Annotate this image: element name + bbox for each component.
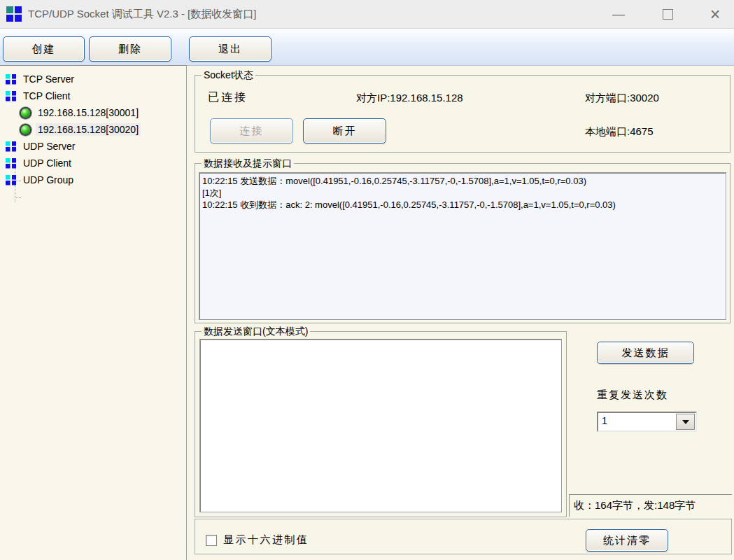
delete-button[interactable]: 删除 (89, 36, 171, 62)
app-window: TCP/UDP Socket 调试工具 V2.3 - [数据收发窗口] — × … (0, 0, 734, 560)
receive-log-area[interactable]: 10:22:15 发送数据：movel([0.41951,-0.16,0.257… (199, 172, 726, 320)
hex-display-checkbox[interactable] (206, 535, 217, 546)
log-line: 10:22:15 发送数据：movel([0.41951,-0.16,0.257… (199, 173, 726, 187)
toolbar: 创建 删除 退出 (0, 29, 734, 66)
socket-status-group: Socket状态 已连接 对方IP:192.168.15.128 对方端口:30… (195, 75, 731, 153)
tree-connector-line (15, 197, 21, 198)
send-text-input[interactable] (199, 339, 562, 512)
tree-item-label: UDP Server (21, 140, 77, 153)
repeat-count-combobox[interactable]: 1 (597, 412, 697, 432)
log-line: 10:22:15 收到数据：ack: 2: movel([0.41951,-0.… (199, 199, 726, 211)
chevron-down-icon (682, 420, 689, 424)
minimize-button[interactable]: — (606, 0, 631, 28)
maximize-icon (663, 9, 673, 20)
tree-item-tcp-client[interactable]: TCP Client (6, 88, 72, 104)
tree-item-udp-server[interactable]: UDP Server (6, 139, 77, 154)
socket-type-icon (6, 91, 16, 102)
repeat-count-label: 重复发送次数 (597, 388, 668, 402)
combobox-dropdown-button[interactable] (676, 414, 695, 430)
maximize-button[interactable] (655, 0, 680, 28)
byte-stats-panel: 收：164字节，发:148字节 (569, 494, 732, 517)
socket-type-icon (6, 74, 16, 85)
window-title: TCP/UDP Socket 调试工具 V2.3 - [数据收发窗口] (28, 0, 256, 28)
send-data-button[interactable]: 发送数据 (597, 342, 694, 364)
group-label: 数据接收及提示窗口 (202, 158, 294, 169)
clear-stats-button[interactable]: 统计清零 (586, 529, 668, 552)
minimize-icon: — (612, 7, 625, 22)
app-logo-icon (6, 6, 22, 22)
socket-tree: TCP Server TCP Client 192.168.15.128[300… (0, 65, 187, 560)
tree-item-label: TCP Server (21, 73, 76, 85)
socket-type-icon (6, 158, 16, 169)
connect-button[interactable]: 连接 (210, 118, 293, 144)
byte-stats-text: 收：164字节，发:148字节 (570, 495, 732, 515)
close-button[interactable]: × (703, 0, 728, 28)
hex-display-label: 显示十六进制值 (223, 533, 309, 547)
exit-button[interactable]: 退出 (189, 36, 271, 62)
peer-ip-text: 对方IP:192.168.15.128 (356, 92, 463, 105)
tree-item-label: TCP Client (21, 90, 72, 102)
connection-state-text: 已连接 (208, 90, 248, 105)
tree-item-tcp-server[interactable]: TCP Server (6, 71, 76, 87)
group-label: 数据发送窗口(文本模式) (202, 326, 310, 337)
log-line: [1次] (199, 187, 726, 199)
receive-group: 数据接收及提示窗口 10:22:15 发送数据：movel([0.41951,-… (195, 163, 731, 323)
group-label: Socket状态 (202, 69, 255, 81)
connection-status-icon (21, 125, 30, 134)
peer-port-text: 对方端口:30020 (585, 92, 659, 105)
close-icon: × (710, 4, 721, 24)
tree-item-udp-group[interactable]: UDP Group (6, 172, 76, 188)
tree-item-label: UDP Client (21, 157, 73, 169)
disconnect-button[interactable]: 断开 (303, 118, 386, 144)
send-group: 数据发送窗口(文本模式) (195, 331, 567, 517)
repeat-count-value: 1 (602, 415, 607, 426)
bottom-options-bar: 显示十六进制值 统计清零 (195, 519, 732, 554)
socket-type-icon (6, 141, 16, 152)
tree-item-label: 192.168.15.128[30020] (36, 123, 141, 136)
socket-type-icon (6, 175, 16, 186)
tree-item-connection-30001[interactable]: 192.168.15.128[30001] (21, 105, 141, 120)
create-button[interactable]: 创建 (3, 36, 85, 62)
connection-status-icon (21, 108, 30, 118)
tree-item-connection-30020[interactable]: 192.168.15.128[30020] (21, 122, 141, 137)
titlebar: TCP/UDP Socket 调试工具 V2.3 - [数据收发窗口] — × (0, 0, 734, 29)
tree-item-udp-client[interactable]: UDP Client (6, 155, 73, 171)
tree-item-label: 192.168.15.128[30001] (36, 106, 141, 119)
local-port-text: 本地端口:4675 (585, 125, 654, 139)
tree-item-label: UDP Group (21, 174, 76, 186)
